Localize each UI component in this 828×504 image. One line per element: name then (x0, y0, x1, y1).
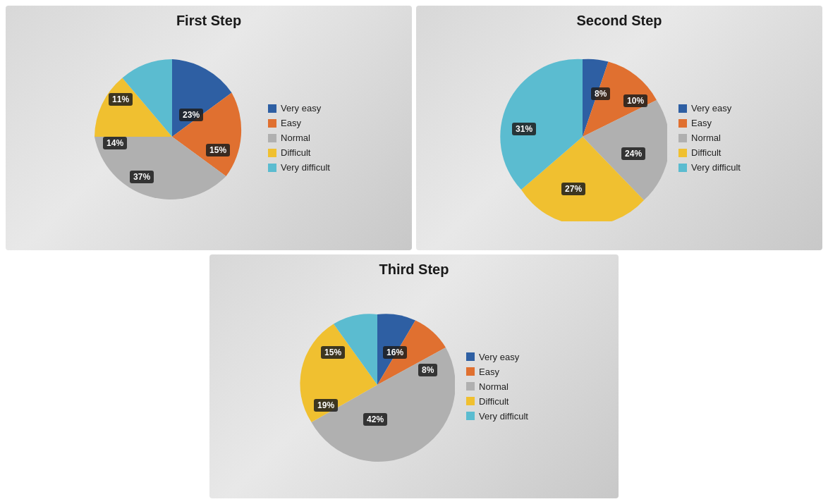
s2-legend-item-normal: Normal (678, 133, 741, 143)
legend-item-easy: Easy (268, 118, 330, 128)
second-step-pie: 8% 10% 24% 27% 31% (498, 52, 667, 224)
s2-legend-color-easy (678, 119, 687, 128)
s2-legend-label-very-difficult: Very difficult (691, 162, 741, 173)
s2-legend-label-difficult: Difficult (691, 147, 721, 158)
s2-legend-item-very-difficult: Very difficult (678, 162, 741, 173)
s3-legend-label-very-easy: Very easy (479, 352, 519, 362)
first-step-pie: 23% 15% 37% 14% 11% (87, 52, 257, 224)
second-very-easy-label: 8% (591, 87, 610, 100)
s3-legend-label-easy: Easy (479, 367, 499, 377)
legend-label-very-easy: Very easy (281, 103, 321, 113)
first-easy-label: 15% (206, 144, 230, 156)
s2-legend-item-very-easy: Very easy (678, 103, 741, 113)
s2-legend-item-difficult: Difficult (678, 147, 741, 158)
second-normal-label: 24% (621, 147, 645, 160)
s2-legend-color-very-difficult (678, 164, 687, 172)
legend-color-easy (268, 119, 276, 128)
s3-legend-label-normal: Normal (479, 381, 509, 392)
first-step-title: First Step (176, 13, 241, 29)
legend-item-very-difficult: Very difficult (268, 162, 330, 173)
second-step-legend: Very easy Easy Normal Difficult (678, 103, 741, 173)
s3-legend-color-very-difficult (466, 412, 475, 420)
second-step-chart-area: 8% 10% 24% 27% 31% Very easy Easy (423, 33, 815, 243)
first-very-easy-label: 23% (179, 109, 203, 121)
second-easy-label: 10% (623, 94, 647, 107)
top-row: First Step (6, 6, 822, 250)
second-step-panel: Second Step (416, 6, 822, 250)
legend-color-very-difficult (268, 164, 276, 172)
legend-label-easy: Easy (281, 118, 301, 128)
first-step-panel: First Step (6, 6, 412, 250)
s3-legend-item-normal: Normal (466, 381, 528, 392)
first-normal-label: 37% (130, 171, 154, 183)
third-easy-label: 8% (418, 364, 437, 376)
s3-legend-label-very-difficult: Very difficult (479, 411, 528, 422)
s3-legend-color-very-easy (466, 352, 475, 361)
legend-label-normal: Normal (281, 133, 310, 143)
s3-legend-item-difficult: Difficult (466, 396, 528, 407)
s3-legend-color-difficult (466, 397, 475, 405)
s2-legend-color-difficult (678, 149, 687, 157)
second-difficult-label: 27% (561, 183, 585, 195)
s3-legend-label-difficult: Difficult (479, 396, 509, 407)
s3-legend-color-normal (466, 382, 475, 391)
s3-legend-item-easy: Easy (466, 367, 528, 377)
s3-legend-item-very-difficult: Very difficult (466, 411, 528, 422)
legend-color-difficult (268, 149, 276, 157)
s2-legend-item-easy: Easy (678, 118, 741, 128)
legend-label-difficult: Difficult (281, 147, 310, 158)
second-step-title: Second Step (576, 13, 662, 29)
s2-legend-color-very-easy (678, 104, 687, 113)
third-step-chart-area: 16% 8% 42% 19% 15% Very easy Easy (217, 282, 611, 492)
third-difficult-label: 19% (314, 399, 338, 412)
third-verydifficult-label: 15% (321, 346, 345, 359)
third-step-panel: Third Step (209, 254, 619, 499)
s2-legend-color-normal (678, 134, 687, 142)
third-step-pie: 16% 8% 42% 19% 15% (300, 307, 455, 465)
first-step-chart-area: 23% 15% 37% 14% 11% Very easy Easy (13, 33, 405, 243)
s2-legend-label-very-easy: Very easy (691, 103, 731, 113)
third-normal-label: 42% (363, 413, 387, 426)
first-difficult-label: 14% (103, 137, 127, 149)
s3-legend-item-very-easy: Very easy (466, 352, 528, 362)
main-container: First Step (0, 0, 828, 504)
s2-legend-label-easy: Easy (691, 118, 712, 128)
s3-legend-color-easy (466, 367, 475, 376)
legend-item-very-easy: Very easy (268, 103, 330, 113)
s2-legend-label-normal: Normal (691, 133, 721, 143)
bottom-row: Third Step (6, 254, 822, 499)
first-step-legend: Very easy Easy Normal Difficult (268, 103, 330, 173)
legend-color-normal (268, 134, 276, 142)
first-verydifficult-label: 11% (109, 93, 133, 106)
legend-item-difficult: Difficult (268, 147, 330, 158)
legend-color-very-easy (268, 104, 276, 113)
second-verydifficult-label: 31% (512, 123, 536, 135)
third-step-title: Third Step (379, 262, 449, 278)
legend-item-normal: Normal (268, 133, 330, 143)
legend-label-very-difficult: Very difficult (281, 162, 330, 173)
third-very-easy-label: 16% (383, 346, 407, 359)
third-step-legend: Very easy Easy Normal Difficult (466, 352, 528, 422)
